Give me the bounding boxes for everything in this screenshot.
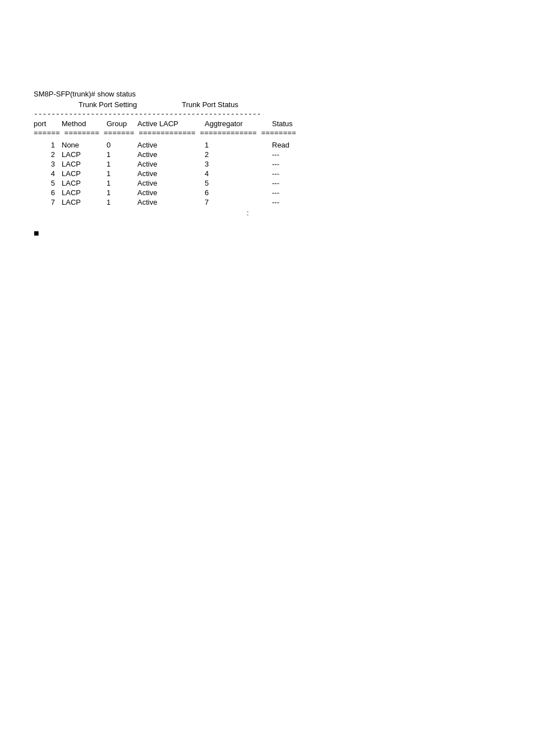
header-status: Status [272,119,317,128]
cell-port: 6 [34,188,62,197]
section-headings: Trunk Port Setting Trunk Port Status [34,100,501,109]
cell-aggtregator: 1 [205,141,272,149]
cell-method: LACP [62,150,107,159]
cell-aggtregator: 7 [205,198,272,206]
table-row: 4 LACP 1 Active 4 --- [34,169,501,178]
cell-port: 7 [34,198,62,206]
cell-active-lacp: Active [137,169,205,178]
cell-status: --- [272,198,317,206]
cell-group: 1 [107,169,137,178]
cell-port: 5 [34,179,62,187]
cell-group: 1 [107,150,137,159]
cell-group: 1 [107,179,137,187]
bullet-point: ■ [34,228,501,238]
cell-port: 3 [34,160,62,168]
table-row: 2 LACP 1 Active 2 --- [34,150,501,159]
cell-status: --- [272,169,317,178]
cell-method: LACP [62,198,107,206]
cell-method: LACP [62,169,107,178]
cell-group: 0 [107,141,137,149]
table-container: Trunk Port Setting Trunk Port Status ---… [34,100,501,217]
cell-group: 1 [107,198,137,206]
cell-group: 1 [107,188,137,197]
colon-indicator: : [247,209,501,217]
cell-status: --- [272,150,317,159]
cell-aggtregator: 3 [205,160,272,168]
command-text: SM8P-SFP(trunk)# show status [34,90,136,98]
cell-port: 2 [34,150,62,159]
cell-port: 4 [34,169,62,178]
table-row: 6 LACP 1 Active 6 --- [34,188,501,197]
cell-active-lacp: Active [137,179,205,187]
data-table: 1 None 0 Active 1 Read 2 LACP 1 Active 2… [34,141,501,206]
command-line: SM8P-SFP(trunk)# show status [34,90,501,98]
cell-active-lacp: Active [137,150,205,159]
header-port: port [34,119,62,128]
cell-aggtregator: 6 [205,188,272,197]
header-group: Group [107,119,137,128]
cell-method: LACP [62,160,107,168]
column-headers: port Method Group Active LACP Aggtregato… [34,119,501,128]
cell-aggtregator: 5 [205,179,272,187]
cell-active-lacp: Active [137,198,205,206]
cell-status: --- [272,179,317,187]
cell-method: None [62,141,107,149]
cell-active-lacp: Active [137,188,205,197]
header-aggtregator: Aggtregator [205,119,272,128]
cell-aggtregator: 2 [205,150,272,159]
cell-method: LACP [62,188,107,197]
trunk-setting-title: Trunk Port Setting [79,100,137,109]
equals-line: ====== ======== ======= ============= ==… [34,129,501,137]
header-method: Method [62,119,107,128]
table-row: 1 None 0 Active 1 Read [34,141,501,149]
cell-status: --- [272,160,317,168]
cell-group: 1 [107,160,137,168]
cell-active-lacp: Active [137,160,205,168]
divider: ----------------------------------------… [34,110,501,118]
cell-active-lacp: Active [137,141,205,149]
cell-method: LACP [62,179,107,187]
table-row: 7 LACP 1 Active 7 --- [34,198,501,206]
cell-aggtregator: 4 [205,169,272,178]
trunk-status-title: Trunk Port Status [182,100,238,109]
cell-status: Read [272,141,317,149]
cell-status: --- [272,188,317,197]
table-row: 3 LACP 1 Active 3 --- [34,160,501,168]
table-row: 5 LACP 1 Active 5 --- [34,179,501,187]
header-active-lacp: Active LACP [137,119,205,128]
cell-port: 1 [34,141,62,149]
